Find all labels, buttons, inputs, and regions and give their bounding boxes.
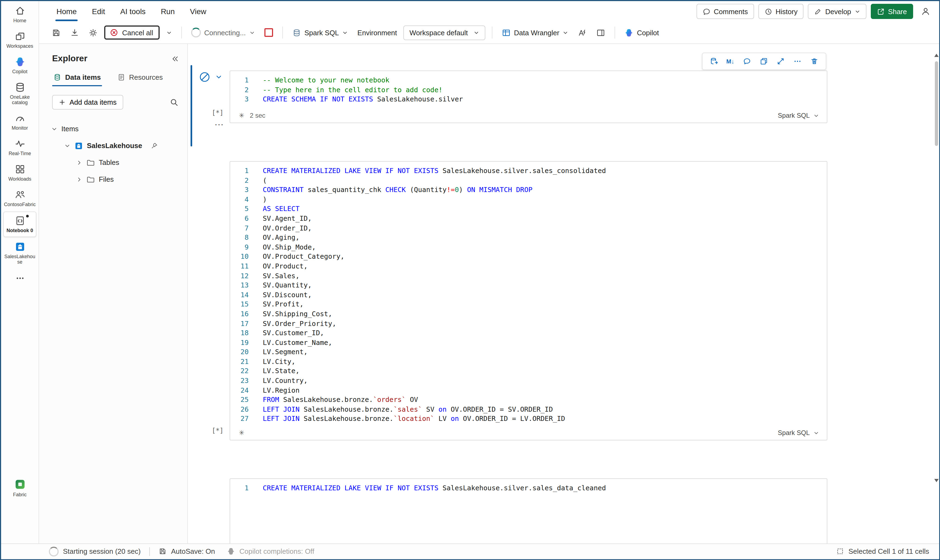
code-line[interactable]: 19LV.Customer_Name,	[230, 338, 827, 347]
code-editor[interactable]: 1CREATE MATERIALIZED LAKE VIEW IF NOT EX…	[230, 162, 827, 424]
rail-item-saleslakehouse[interactable]: SalesLakehouse	[3, 238, 36, 268]
fabric-home-button[interactable]: Fabric	[1, 478, 39, 497]
workspace-default-dropdown[interactable]: Workspace default	[404, 25, 485, 40]
code-line[interactable]: 27LEFT JOIN SalesLakehouse.bronze.`locat…	[230, 414, 827, 424]
load-data-icon[interactable]	[710, 57, 718, 66]
rail-item-contosofabric[interactable]: ContosoFabric	[3, 186, 36, 211]
expand-cell-icon[interactable]	[776, 57, 785, 66]
code-line[interactable]: 1-- Welcome to your new notebook	[230, 75, 827, 85]
code-cell-3[interactable]: 1CREATE MATERIALIZED LAKE VIEW IF NOT EX…	[230, 478, 827, 543]
cell-language-dropdown[interactable]: Spark SQL	[778, 112, 819, 119]
code-line[interactable]: 22LV.State,	[230, 366, 827, 376]
language-dropdown[interactable]: Spark SQL	[289, 26, 351, 39]
code-line[interactable]: 12SV.Sales,	[230, 271, 827, 280]
rail-item-onelake-catalog[interactable]: OneLake catalog	[3, 78, 36, 108]
search-icon[interactable]	[169, 98, 179, 107]
outline-panel-toggle[interactable]	[594, 26, 608, 39]
code-line[interactable]: 7OV.Order_ID,	[230, 223, 827, 233]
code-line[interactable]: 2(	[230, 175, 827, 185]
save-button[interactable]	[49, 26, 63, 39]
rail-item-workspaces[interactable]: Workspaces	[3, 28, 36, 52]
code-editor[interactable]: 1CREATE MATERIALIZED LAKE VIEW IF NOT EX…	[230, 479, 827, 493]
menu-ai-tools[interactable]: AI tools	[113, 1, 153, 22]
code-line[interactable]: 2-- Type here in the cell editor to add …	[230, 85, 827, 94]
settings-button[interactable]	[86, 26, 100, 39]
markdown-convert-icon[interactable]: M↓	[726, 58, 734, 65]
menu-edit[interactable]: Edit	[85, 1, 113, 22]
cancel-all-menu-button[interactable]	[164, 28, 175, 38]
tab-data-items[interactable]: Data items	[52, 71, 102, 86]
scroll-down-arrow[interactable]	[934, 479, 938, 482]
copilot-completions-toggle[interactable]: Copilot completions: Off	[239, 547, 314, 555]
scroll-up-arrow[interactable]	[934, 54, 938, 57]
copilot-button[interactable]: Copilot	[622, 26, 662, 39]
code-cell-1[interactable]: 1-- Welcome to your new notebook2-- Type…	[230, 71, 827, 123]
code-line[interactable]: 25FROM SalesLakehouse.bronze.`orders` OV	[230, 395, 827, 405]
share-button[interactable]: Share	[871, 4, 913, 19]
code-line[interactable]: 13SV.Quantity,	[230, 280, 827, 290]
rail-item-monitor[interactable]: Monitor	[3, 109, 36, 134]
cell-language-dropdown[interactable]: Spark SQL	[778, 429, 819, 437]
code-line[interactable]: 21LV.City,	[230, 357, 827, 366]
rail-item-notebook-0[interactable]: Notebook 0	[3, 212, 36, 237]
code-line[interactable]: 24LV.Region	[230, 385, 827, 395]
pin-icon[interactable]	[150, 142, 158, 149]
rail-item-workloads[interactable]: Workloads	[3, 160, 36, 185]
cancel-all-button[interactable]: Cancel all	[104, 26, 160, 40]
rail-item-real-time[interactable]: Real-Time	[3, 135, 36, 160]
rail-more-button[interactable]	[1, 269, 39, 288]
code-line[interactable]: 16SV.Shipping_Cost,	[230, 309, 827, 318]
run-options-chevron-icon[interactable]	[215, 73, 222, 81]
menu-view[interactable]: View	[182, 1, 214, 22]
cancel-cell-run-button[interactable]	[199, 71, 211, 83]
code-line[interactable]: 14SV.Discount,	[230, 290, 827, 299]
code-line[interactable]: 17SV.Order_Priority,	[230, 318, 827, 328]
code-line[interactable]: 18SV.Customer_ID,	[230, 328, 827, 338]
code-editor[interactable]: 1-- Welcome to your new notebook2-- Type…	[230, 71, 827, 104]
code-line[interactable]: 1CREATE MATERIALIZED LAKE VIEW IF NOT EX…	[230, 166, 827, 175]
rail-item-home[interactable]: Home	[3, 2, 36, 26]
code-line[interactable]: 3CONSTRAINT sales_quantity_chk CHECK (Qu…	[230, 185, 827, 194]
comments-button[interactable]: Comments	[696, 4, 754, 19]
tree-node-tables[interactable]: Tables	[39, 154, 187, 171]
code-line[interactable]: 26LEFT JOIN SalesLakehouse.bronze.`sales…	[230, 405, 827, 414]
code-line[interactable]: 23LV.Country,	[230, 376, 827, 385]
rail-item-copilot[interactable]: Copilot	[3, 53, 36, 78]
code-line[interactable]: 8OV.Aging,	[230, 233, 827, 242]
import-button[interactable]	[67, 26, 82, 39]
code-line[interactable]: 5AS SELECT	[230, 204, 827, 214]
environment-button[interactable]: Environment	[355, 26, 400, 39]
code-completions-toggle[interactable]	[575, 26, 590, 39]
tab-resources[interactable]: Resources	[116, 71, 164, 86]
code-line[interactable]: 4)	[230, 195, 827, 204]
menu-home[interactable]: Home	[49, 1, 85, 22]
duplicate-cell-icon[interactable]	[759, 57, 768, 66]
code-line[interactable]: 15SV.Profit,	[230, 300, 827, 309]
stop-session-button[interactable]	[261, 26, 276, 39]
tree-node-files[interactable]: Files	[39, 171, 187, 188]
code-line[interactable]: 11OV.Product,	[230, 262, 827, 271]
tree-node-items[interactable]: Items	[39, 120, 187, 137]
tree-node-saleslakehouse[interactable]: SalesLakehouse	[39, 137, 187, 154]
collapsed-cells-indicator[interactable]: ...	[215, 119, 224, 127]
vertical-scrollbar[interactable]	[935, 61, 938, 146]
session-status-dropdown[interactable]: Connecting...	[188, 26, 258, 40]
code-cell-2[interactable]: 1CREATE MATERIALIZED LAKE VIEW IF NOT EX…	[230, 161, 827, 440]
more-options-icon[interactable]	[793, 57, 801, 66]
code-line[interactable]: 20LV.Segment,	[230, 348, 827, 357]
code-line[interactable]: 10OV.Product_Category,	[230, 252, 827, 262]
code-line[interactable]: 9OV.Ship_Mode,	[230, 242, 827, 252]
code-line[interactable]: 6SV.Agent_ID,	[230, 214, 827, 223]
menu-run[interactable]: Run	[153, 1, 182, 22]
history-button[interactable]: History	[758, 4, 803, 19]
code-line[interactable]: 1CREATE MATERIALIZED LAKE VIEW IF NOT EX…	[230, 483, 827, 493]
data-wrangler-dropdown[interactable]: Data Wrangler	[499, 26, 571, 39]
develop-button[interactable]: Develop	[808, 4, 866, 19]
code-line[interactable]: 3CREATE SCHEMA IF NOT EXISTS SalesLakeho…	[230, 94, 827, 104]
collapse-panel-icon[interactable]	[170, 54, 179, 63]
add-data-items-button[interactable]: Add data items	[52, 95, 123, 109]
account-button[interactable]	[917, 3, 934, 20]
comment-cell-icon[interactable]	[742, 57, 751, 66]
autosave-toggle[interactable]: AutoSave: On	[171, 547, 215, 555]
delete-cell-icon[interactable]	[810, 57, 818, 66]
